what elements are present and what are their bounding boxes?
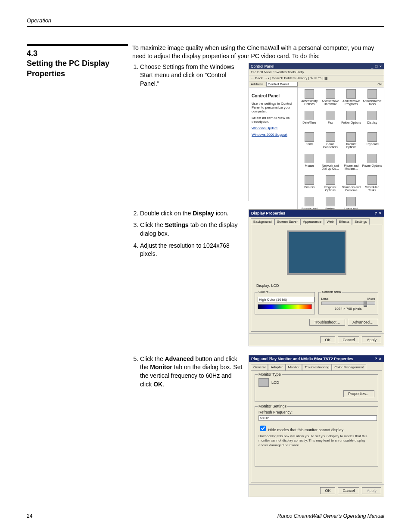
tab-color-management[interactable]: Color Management xyxy=(332,364,366,370)
slider-more-label: More xyxy=(367,297,375,301)
tab-settings[interactable]: Settings xyxy=(352,218,370,225)
dp-window-controls[interactable]: ? × xyxy=(375,211,382,215)
cancel-button[interactable]: Cancel xyxy=(338,487,359,494)
cp-icon-scheduled[interactable]: Scheduled Tasks xyxy=(362,175,383,196)
cp-icon-label: Network and Dial-up Co… xyxy=(321,164,341,170)
cp-icon-label: Folder Options xyxy=(341,121,361,124)
cp-icon-label: Phone and Modem… xyxy=(341,164,361,170)
advanced-button[interactable]: Advanced… xyxy=(348,319,378,326)
step-5: Click the Advanced button and click the … xyxy=(140,355,243,389)
cp-icon-accessibility[interactable]: Accessibility Options xyxy=(299,89,320,110)
tab-effects[interactable]: Effects xyxy=(336,218,352,225)
footer-manual-title: Runco CinemaWall Owner's Operating Manua… xyxy=(277,513,384,519)
tab-background[interactable]: Background xyxy=(251,218,274,225)
cp-icon-power[interactable]: Power Options xyxy=(362,154,383,174)
tab-general[interactable]: General xyxy=(251,364,268,370)
cp-icon-fax[interactable]: Fax xyxy=(321,111,341,131)
troubleshoot-button[interactable]: Troubleshoot… xyxy=(309,319,345,326)
cp-icon-label: Mouse xyxy=(299,164,320,167)
tab-screensaver[interactable]: Screen Saver xyxy=(274,218,300,225)
cp-icon-addremove-hw[interactable]: Add/Remove Hardware xyxy=(321,89,341,110)
resolution-slider[interactable] xyxy=(321,302,376,305)
cp-icon-keyboard[interactable]: Keyboard xyxy=(362,132,383,153)
dp-display-value: LCD xyxy=(271,283,279,288)
cp-icon-scanners[interactable]: Scanners and Cameras xyxy=(341,175,361,196)
step-4: Adjust the resolution to 1024x768 pixels… xyxy=(140,242,243,258)
refresh-select[interactable]: 60 Hz xyxy=(258,415,377,421)
ok-button[interactable]: OK xyxy=(320,487,335,494)
cp-icon-printers[interactable]: Printers xyxy=(299,175,320,196)
slider-less-label: Less xyxy=(321,297,329,301)
cp-icon-label: Accessibility Options xyxy=(299,100,320,106)
cp-menubar[interactable]: File Edit View Favorites Tools Help xyxy=(249,69,384,75)
tab-adapter[interactable]: Adapter xyxy=(268,364,285,370)
hide-modes-checkbox[interactable] xyxy=(260,426,266,431)
section-number: 4.3 xyxy=(27,49,37,58)
step-3: Click the Settings tab on the display di… xyxy=(140,221,243,238)
ok-button[interactable]: OK xyxy=(320,336,335,343)
apply-button-disabled: Apply xyxy=(362,487,381,494)
cp-icon-admin-tools[interactable]: Administrative Tools xyxy=(362,89,383,110)
section-title-text: Setting the PC Display Properties xyxy=(27,59,109,78)
monitor-icon xyxy=(258,378,269,387)
monitor-preview-icon xyxy=(287,230,346,275)
color-depth-select[interactable]: High Color (16 bit) xyxy=(258,297,314,302)
control-panel-screenshot: Control Panel _ □ × File Edit View Favor… xyxy=(249,63,384,201)
cp-icon-label: Scheduled Tasks xyxy=(362,186,383,192)
cp-icon-label: Keyboard xyxy=(362,143,383,146)
cp-icon-label: Fonts xyxy=(299,143,320,146)
cp-address-label: Address xyxy=(251,82,263,86)
monitor-properties-screenshot: Plug and Play Monitor and NVidia Riva TN… xyxy=(249,355,384,497)
step-1: Choose Settings from the Windows Start m… xyxy=(140,63,243,88)
tab-web[interactable]: Web xyxy=(324,218,336,225)
cp-icon-label: Game Controllers xyxy=(321,143,341,149)
cp-icon-label: Scanners and Cameras xyxy=(341,186,361,192)
cp-link-support[interactable]: Windows 2000 Support xyxy=(252,133,295,137)
step-2: Double click on the Display icon. xyxy=(140,209,243,218)
cp-icon-label: Power Options xyxy=(362,164,383,167)
cp-icon-game[interactable]: Game Controllers xyxy=(321,132,341,153)
tab-troubleshooting[interactable]: Troubleshooting xyxy=(302,364,332,370)
cp-icon-regional[interactable]: Regional Options xyxy=(321,175,341,196)
top-rule xyxy=(27,26,384,27)
monitor-type-label: Monitor Type xyxy=(258,372,282,376)
cp-icon-datetime[interactable]: Date/Time xyxy=(299,111,320,131)
cp-icon-folder-options[interactable]: Folder Options xyxy=(341,111,361,131)
cp-icon-label: Fax xyxy=(321,121,341,124)
cp-go-button[interactable]: Go xyxy=(377,82,382,86)
monitor-type-value: LCD xyxy=(271,380,279,385)
hide-modes-label: Hide modes that this monitor cannot disp… xyxy=(268,428,344,432)
cp-icon-addremove-prog[interactable]: Add/Remove Programs xyxy=(341,89,361,110)
cp-icon-label: Administrative Tools xyxy=(362,100,383,106)
cp-icon-display[interactable]: Display xyxy=(362,111,383,131)
cp-icon-grid: Accessibility Options Add/Remove Hardwar… xyxy=(298,87,384,219)
properties-button[interactable]: Properties… xyxy=(343,390,374,397)
mp-window-controls[interactable]: ? × xyxy=(375,357,382,361)
apply-button[interactable]: Apply xyxy=(362,336,381,343)
dp-tab-strip: Background Screen Saver Appearance Web E… xyxy=(249,217,384,225)
section-rule xyxy=(27,44,128,46)
cp-title: Control Panel xyxy=(251,64,274,68)
cp-icon-network[interactable]: Network and Dial-up Co… xyxy=(321,154,341,174)
tab-appearance[interactable]: Appearance xyxy=(300,218,324,225)
cp-window-controls[interactable]: _ □ × xyxy=(371,64,382,68)
cp-icon-phone-modem[interactable]: Phone and Modem… xyxy=(341,154,361,174)
cp-address-bar[interactable]: Address Control Panel Go xyxy=(249,81,384,87)
cp-toolbar[interactable]: ← Back → ▪ | Search Folders History | ✎ … xyxy=(249,75,384,81)
cp-icon-label: Display xyxy=(362,121,383,124)
cp-link-windows-update[interactable]: Windows Update xyxy=(252,126,295,130)
cp-icon-label: Add/Remove Hardware xyxy=(321,100,341,106)
cp-icon-label: Date/Time xyxy=(299,121,320,124)
display-properties-screenshot: Display Properties ? × Background Screen… xyxy=(249,209,384,346)
dp-title: Display Properties xyxy=(251,211,285,215)
tab-monitor[interactable]: Monitor xyxy=(286,364,302,370)
cancel-button[interactable]: Cancel xyxy=(338,336,359,343)
cp-icon-label: Internet Options xyxy=(341,143,361,149)
cp-address-field[interactable]: Control Panel xyxy=(266,82,298,87)
cp-side-desc: Use the settings in Control Panel to per… xyxy=(252,102,295,113)
cp-icon-label: Printers xyxy=(299,186,320,189)
cp-icon-mouse[interactable]: Mouse xyxy=(299,154,320,174)
cp-side-desc2: Select an item to view its description. xyxy=(252,116,295,124)
cp-icon-internet[interactable]: Internet Options xyxy=(341,132,361,153)
cp-icon-fonts[interactable]: Fonts xyxy=(299,132,320,153)
